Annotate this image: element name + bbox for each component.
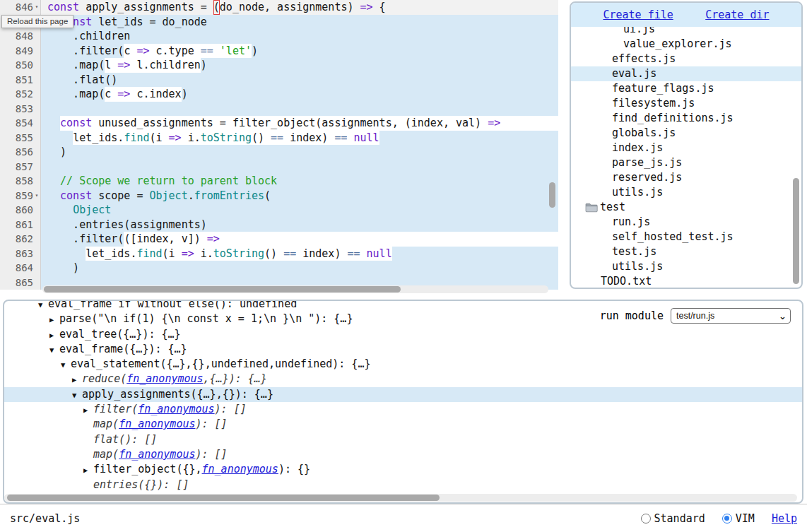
call-tree-row[interactable]: ▶reduce(fn_anonymous,{…}): {…} (4, 372, 802, 386)
fn-anonymous-link[interactable]: fn_anonymous (119, 418, 195, 430)
call-tree-row[interactable]: ▶filter(fn_anonymous): [] (4, 402, 802, 417)
fn-anonymous-link[interactable]: fn_anonymous (126, 372, 203, 385)
code-token: == (347, 247, 360, 261)
code-line[interactable]: 861 .entries(assignments) (0, 218, 558, 232)
file-browser-panel: Create file Create dir ui.jsvalue_explor… (570, 1, 803, 289)
call-tree-row[interactable]: map(fn_anonymous): [] (4, 417, 802, 432)
disclosure-triangle-icon[interactable]: ▼ (49, 343, 59, 357)
create-file-link[interactable]: Create file (603, 8, 673, 21)
disclosure-triangle-icon[interactable]: ▼ (61, 357, 71, 372)
call-text: reduce( (82, 372, 126, 385)
fn-anonymous-link[interactable]: fn_anonymous (202, 463, 278, 475)
code-line-text: .filter(c => c.type == 'let') (41, 44, 558, 59)
file-tree-item[interactable]: effects.js (571, 52, 801, 66)
code-line[interactable]: 855 let_ids.find(i => i.toString() == in… (0, 131, 558, 146)
line-number-gutter: 863 (0, 247, 41, 261)
line-number: 846 (16, 0, 33, 15)
file-name-label: test (600, 200, 625, 215)
code-editor-panel[interactable]: 846▾const apply_assignments = (do_node, … (0, 0, 558, 295)
run-module-select[interactable]: test/run.js ⌄ (671, 308, 791, 324)
call-tree-row[interactable]: ▼eval_statement({…},{},undefined,undefin… (4, 357, 802, 372)
disclosure-triangle-icon[interactable]: ▼ (38, 300, 48, 312)
file-tree-item[interactable]: run.js (571, 215, 801, 230)
call-text: ): {} (278, 463, 310, 475)
code-line[interactable]: 862 .filter(([index, v]) => (0, 232, 558, 247)
file-tree-item[interactable]: test.js (571, 244, 801, 259)
file-tree-folder[interactable]: test (571, 200, 801, 215)
code-token: .entries(assignments) (47, 218, 207, 232)
call-tree-row[interactable]: flat(): [] (4, 432, 802, 447)
fn-anonymous-link[interactable]: fn_anonymous (119, 448, 195, 461)
editor-vertical-scrollbar-thumb[interactable] (549, 182, 555, 208)
code-line[interactable]: 860 Object (0, 203, 558, 218)
disclosure-triangle-icon[interactable]: ▶ (83, 463, 93, 478)
mode-option-standard[interactable]: Standard (641, 512, 705, 525)
fold-arrow-icon[interactable]: ▾ (33, 189, 40, 203)
line-number-gutter: 856 (0, 145, 41, 160)
file-tree-item[interactable]: feature_flags.js (571, 81, 801, 96)
file-tree-item[interactable]: globals.js (571, 126, 801, 141)
code-line[interactable]: 857 (0, 160, 558, 175)
disclosure-triangle-icon[interactable]: ▼ (72, 388, 82, 403)
call-text: ): [] (196, 448, 228, 461)
code-line-text (41, 102, 558, 117)
fold-arrow-icon[interactable]: ▾ (33, 0, 40, 15)
code-token: // Scope we return to parent block (60, 174, 277, 189)
file-tree-item[interactable]: filesystem.js (571, 96, 801, 111)
file-tree-item[interactable]: find_definitions.js (571, 111, 801, 126)
code-token (47, 174, 60, 189)
disclosure-triangle-icon[interactable]: ▶ (72, 372, 82, 387)
code-line[interactable]: 859▾ const scope = Object.fromEntries( (0, 189, 558, 203)
file-tree-item[interactable]: reserved.js (571, 170, 801, 185)
help-link[interactable]: Help (772, 512, 797, 525)
code-line[interactable]: 847 const let_ids = do_node (0, 15, 558, 30)
code-line[interactable]: 850 .map(l => l.children) (0, 58, 558, 73)
file-tree-item[interactable]: self_hosted_test.js (571, 230, 801, 244)
file-tree-item[interactable]: utils.js (571, 259, 801, 274)
call-tree-row[interactable]: ▼eval_frame({…}): {…} (4, 342, 802, 357)
radio-standard-icon[interactable] (641, 514, 651, 524)
file-tree-item[interactable]: index.js (571, 141, 801, 155)
radio-vim-icon[interactable] (722, 514, 732, 524)
disclosure-triangle-icon[interactable]: ▶ (49, 328, 59, 343)
code-line[interactable]: 851 .flat() (0, 73, 558, 88)
call-tree-row[interactable]: ▶eval_tree({…}): {…} (4, 327, 802, 342)
file-tree-item[interactable]: parse_js.js (571, 155, 801, 170)
code-token: == (271, 131, 283, 146)
fn-anonymous-link[interactable]: fn_anonymous (138, 403, 214, 415)
mode-option-vim[interactable]: VIM (722, 512, 755, 525)
code-line[interactable]: 853 (0, 102, 558, 117)
call-tree-horizontal-scrollbar-thumb[interactable] (7, 495, 440, 501)
line-number-gutter: 857 (0, 160, 41, 175)
line-number: 863 (16, 247, 33, 261)
code-line[interactable]: 863 let_ids.find(i => i.toString() == in… (0, 247, 558, 261)
file-tree-item[interactable]: eval.js (571, 66, 801, 81)
code-token: const (60, 116, 92, 131)
code-line[interactable]: 849 .filter(c => c.type == 'let') (0, 44, 558, 59)
call-tree-row[interactable]: map(fn_anonymous): [] (4, 447, 802, 462)
file-tree-item[interactable]: value_explorer.js (571, 37, 801, 52)
code-line[interactable]: 864 ) (0, 261, 558, 276)
code-token: (i (163, 247, 182, 261)
code-line[interactable]: 846▾const apply_assignments = (do_node, … (0, 0, 558, 15)
file-tree-item[interactable]: TODO.txt (571, 274, 801, 289)
code-line-text: ) (41, 261, 558, 276)
create-dir-link[interactable]: Create dir (705, 8, 769, 21)
code-line[interactable]: 854 const unused_assignments = filter_ob… (0, 116, 558, 131)
disclosure-triangle-icon[interactable]: ▶ (49, 312, 59, 327)
code-line[interactable]: 852 .map(c => c.index) (0, 87, 558, 102)
code-token (213, 44, 220, 59)
code-line-text: const let_ids = do_node (41, 15, 558, 30)
code-line[interactable]: 856 ) (0, 145, 558, 160)
code-token: c.index (130, 87, 181, 102)
call-tree-row[interactable]: ▶filter_object({},fn_anonymous): {} (4, 462, 802, 477)
line-number-gutter: 850 (0, 58, 41, 73)
code-line[interactable]: 858 // Scope we return to parent block (0, 174, 558, 189)
call-tree-row[interactable]: ▼apply_assignments({…},{}): {…} (4, 387, 802, 402)
call-tree-row[interactable]: entries({}): [] (4, 478, 802, 492)
code-line[interactable]: 848 .children (0, 29, 558, 44)
file-tree-item[interactable]: utils.js (571, 185, 801, 200)
disclosure-triangle-icon[interactable]: ▶ (83, 403, 93, 418)
editor-horizontal-scrollbar-thumb[interactable] (44, 286, 401, 292)
call-text: eval_frame if without else(): undefined (48, 300, 297, 310)
